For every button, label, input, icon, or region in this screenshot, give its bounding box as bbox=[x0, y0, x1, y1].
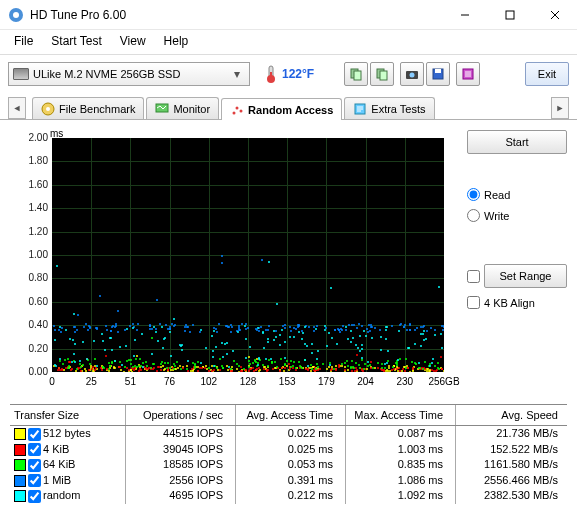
save-button[interactable] bbox=[426, 62, 450, 86]
close-button[interactable] bbox=[532, 0, 577, 30]
svg-rect-3 bbox=[506, 11, 514, 19]
toolbar: ULike M.2 NVME 256GB SSD ▾ 122°F Exit bbox=[0, 54, 577, 92]
table-row: 4 KiB39045 IOPS0.025 ms1.003 ms152.522 M… bbox=[10, 442, 567, 458]
menu-bar: File Start Test View Help bbox=[0, 30, 577, 52]
svg-point-21 bbox=[233, 111, 236, 114]
svg-rect-10 bbox=[354, 71, 361, 80]
ytick: 1.60 bbox=[10, 179, 48, 190]
app-icon bbox=[8, 7, 24, 23]
menu-file[interactable]: File bbox=[6, 32, 41, 50]
series-swatch bbox=[14, 428, 26, 440]
extra-tests-icon bbox=[353, 102, 367, 116]
max-value: 1.086 ms bbox=[346, 473, 456, 489]
col-max-access: Max. Access Time bbox=[346, 405, 456, 425]
avg-value: 0.022 ms bbox=[236, 426, 346, 442]
results-table: Transfer Size Operations / sec Avg. Acce… bbox=[10, 404, 567, 504]
transfer-size: 1 MiB bbox=[43, 474, 71, 486]
monitor-icon bbox=[155, 102, 169, 116]
access-time-chart: ms 2.001.801.601.401.201.000.800.600.400… bbox=[10, 130, 450, 394]
tab-random-access[interactable]: Random Access bbox=[221, 98, 342, 120]
drive-label: ULike M.2 NVME 256GB SSD bbox=[33, 68, 225, 80]
col-transfer-size: Transfer Size bbox=[10, 405, 126, 425]
series-swatch bbox=[14, 459, 26, 471]
start-button[interactable]: Start bbox=[467, 130, 567, 154]
speed-value: 1161.580 MB/s bbox=[456, 457, 566, 473]
xtick: 0 bbox=[49, 376, 55, 387]
series-checkbox[interactable] bbox=[28, 474, 41, 487]
ops-value: 18585 IOPS bbox=[126, 457, 236, 473]
xtick: 25 bbox=[86, 376, 97, 387]
table-row: random4695 IOPS0.212 ms1.092 ms2382.530 … bbox=[10, 488, 567, 504]
menu-view[interactable]: View bbox=[112, 32, 154, 50]
menu-help[interactable]: Help bbox=[156, 32, 197, 50]
max-value: 1.003 ms bbox=[346, 442, 456, 458]
max-value: 1.092 ms bbox=[346, 488, 456, 504]
ops-value: 44515 IOPS bbox=[126, 426, 236, 442]
svg-point-19 bbox=[46, 107, 50, 111]
table-row: 1 MiB2556 IOPS0.391 ms1.086 ms2556.466 M… bbox=[10, 473, 567, 489]
max-value: 0.835 ms bbox=[346, 457, 456, 473]
series-checkbox[interactable] bbox=[28, 443, 41, 456]
xtick: 179 bbox=[318, 376, 335, 387]
tab-extra-tests[interactable]: Extra Tests bbox=[344, 97, 434, 119]
chevron-down-icon: ▾ bbox=[229, 67, 245, 81]
minimize-button[interactable] bbox=[442, 0, 487, 30]
set-range-checkbox[interactable] bbox=[467, 270, 480, 283]
series-checkbox[interactable] bbox=[28, 490, 41, 503]
file-benchmark-icon bbox=[41, 102, 55, 116]
ytick: 0.20 bbox=[10, 343, 48, 354]
ytick: 0.00 bbox=[10, 366, 48, 377]
drive-select[interactable]: ULike M.2 NVME 256GB SSD ▾ bbox=[8, 62, 250, 86]
xtick: 256GB bbox=[428, 376, 459, 387]
series-checkbox[interactable] bbox=[28, 428, 41, 441]
exit-button[interactable]: Exit bbox=[525, 62, 569, 86]
temperature-value: 122°F bbox=[282, 67, 314, 81]
screenshot-button[interactable] bbox=[400, 62, 424, 86]
align-checkbox[interactable]: 4 KB Align bbox=[467, 296, 567, 309]
tab-scroll-right[interactable]: ► bbox=[551, 97, 569, 119]
transfer-size: random bbox=[43, 489, 80, 501]
copy-results-button[interactable] bbox=[370, 62, 394, 86]
options-button[interactable] bbox=[456, 62, 480, 86]
col-operations: Operations / sec bbox=[126, 405, 236, 425]
tab-file-benchmark[interactable]: File Benchmark bbox=[32, 97, 144, 119]
avg-value: 0.212 ms bbox=[236, 488, 346, 504]
copy-info-button[interactable] bbox=[344, 62, 368, 86]
table-row: 512 bytes44515 IOPS0.022 ms0.087 ms21.73… bbox=[10, 426, 567, 442]
transfer-size: 4 KiB bbox=[43, 443, 69, 455]
ytick: 1.00 bbox=[10, 249, 48, 260]
ops-value: 2556 IOPS bbox=[126, 473, 236, 489]
svg-rect-16 bbox=[435, 69, 441, 73]
col-avg-speed: Avg. Speed bbox=[456, 405, 566, 425]
svg-rect-8 bbox=[270, 72, 272, 79]
tab-bar: ◄ File Benchmark Monitor Random Access E… bbox=[0, 94, 577, 120]
ytick: 2.00 bbox=[10, 132, 48, 143]
xtick: 102 bbox=[200, 376, 217, 387]
random-access-icon bbox=[230, 103, 244, 117]
tab-scroll-left[interactable]: ◄ bbox=[8, 97, 26, 119]
speed-value: 21.736 MB/s bbox=[456, 426, 566, 442]
speed-value: 2556.466 MB/s bbox=[456, 473, 566, 489]
transfer-size: 64 KiB bbox=[43, 458, 75, 470]
avg-value: 0.025 ms bbox=[236, 442, 346, 458]
svg-point-22 bbox=[236, 106, 239, 109]
read-radio[interactable]: Read bbox=[467, 188, 567, 201]
ytick: 1.40 bbox=[10, 202, 48, 213]
ytick: 1.80 bbox=[10, 155, 48, 166]
xtick: 76 bbox=[164, 376, 175, 387]
series-checkbox[interactable] bbox=[28, 459, 41, 472]
maximize-button[interactable] bbox=[487, 0, 532, 30]
avg-value: 0.053 ms bbox=[236, 457, 346, 473]
svg-point-23 bbox=[240, 109, 243, 112]
ytick: 0.60 bbox=[10, 296, 48, 307]
ytick: 0.80 bbox=[10, 272, 48, 283]
table-row: 64 KiB18585 IOPS0.053 ms0.835 ms1161.580… bbox=[10, 457, 567, 473]
menu-start-test[interactable]: Start Test bbox=[43, 32, 109, 50]
tab-monitor[interactable]: Monitor bbox=[146, 97, 219, 119]
set-range-button[interactable]: Set Range bbox=[484, 264, 567, 288]
write-radio[interactable]: Write bbox=[467, 209, 567, 222]
col-avg-access: Avg. Access Time bbox=[236, 405, 346, 425]
transfer-size: 512 bytes bbox=[43, 427, 91, 439]
xtick: 230 bbox=[396, 376, 413, 387]
drive-icon bbox=[13, 68, 29, 80]
